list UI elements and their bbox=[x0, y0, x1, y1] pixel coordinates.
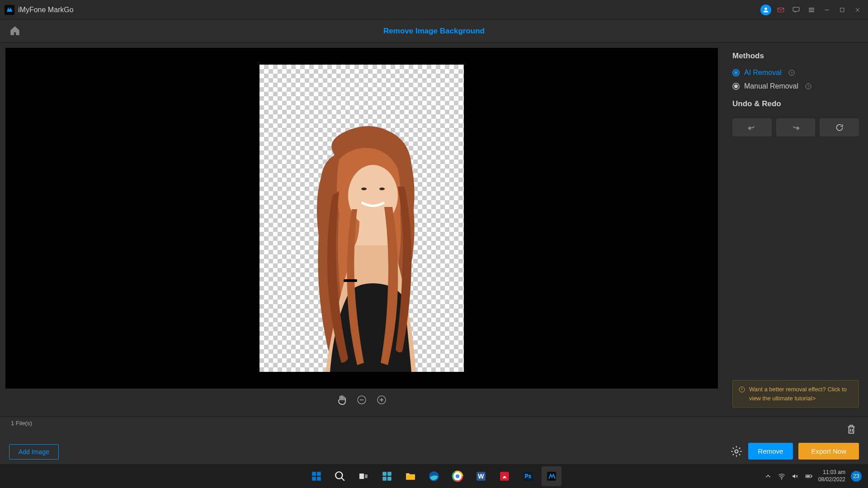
battery-icon[interactable] bbox=[805, 472, 813, 480]
ai-removal-label: AI Removal bbox=[744, 69, 782, 77]
image-viewport[interactable] bbox=[5, 48, 718, 389]
edge-icon[interactable] bbox=[424, 466, 444, 486]
svg-text:W: W bbox=[478, 473, 484, 480]
photoshop-icon[interactable]: Ps bbox=[518, 466, 538, 486]
help-icon[interactable]: ? bbox=[805, 83, 812, 90]
clock[interactable]: 11:03 am 08/02/2022 bbox=[818, 469, 845, 483]
undo-redo-heading: Undo & Redo bbox=[732, 99, 859, 108]
help-icon[interactable]: ? bbox=[788, 69, 795, 76]
chevron-up-icon[interactable] bbox=[764, 472, 772, 480]
svg-rect-19 bbox=[317, 477, 321, 481]
person-cutout bbox=[276, 119, 448, 372]
app-logo-icon bbox=[5, 5, 14, 15]
minimize-icon[interactable] bbox=[821, 4, 833, 16]
svg-rect-22 bbox=[365, 474, 368, 478]
svg-text:Ps: Ps bbox=[525, 473, 532, 479]
svg-rect-16 bbox=[312, 472, 316, 476]
svg-point-5 bbox=[361, 188, 367, 190]
chrome-icon[interactable] bbox=[448, 466, 467, 486]
reset-button[interactable] bbox=[820, 118, 859, 136]
pan-tool-icon[interactable] bbox=[336, 394, 347, 405]
undo-button[interactable] bbox=[732, 118, 772, 136]
markgo-taskbar-icon[interactable] bbox=[542, 466, 561, 486]
svg-rect-17 bbox=[317, 472, 321, 476]
menu-icon[interactable] bbox=[806, 4, 817, 16]
image-with-transparent-bg bbox=[259, 65, 464, 372]
wifi-icon[interactable] bbox=[778, 472, 786, 480]
app-title: iMyFone MarkGo bbox=[18, 6, 74, 14]
windows-taskbar: W Ps 11:03 am 08/02/2022 23 bbox=[0, 464, 868, 488]
svg-rect-1 bbox=[778, 8, 784, 12]
svg-rect-7 bbox=[344, 279, 357, 282]
radio-manual-removal[interactable]: Manual Removal ? bbox=[732, 80, 859, 93]
svg-point-33 bbox=[456, 474, 460, 478]
radio-ai-removal[interactable]: AI Removal ? bbox=[732, 66, 859, 80]
widgets-icon[interactable] bbox=[377, 466, 397, 486]
methods-heading: Methods bbox=[732, 52, 859, 61]
tutorial-banner[interactable]: Want a better removal effect? Click to v… bbox=[732, 380, 859, 408]
svg-rect-26 bbox=[387, 477, 392, 481]
svg-rect-23 bbox=[382, 472, 387, 476]
zoom-in-icon[interactable] bbox=[376, 394, 387, 405]
home-icon[interactable] bbox=[9, 25, 22, 38]
account-icon[interactable] bbox=[760, 5, 771, 15]
file-count: 1 File(s) bbox=[11, 420, 32, 427]
svg-rect-18 bbox=[312, 477, 316, 481]
page-title: Remove Image Background bbox=[383, 27, 485, 36]
mail-icon[interactable] bbox=[775, 4, 787, 16]
start-icon[interactable] bbox=[307, 466, 326, 486]
svg-text:?: ? bbox=[790, 71, 793, 75]
search-icon[interactable] bbox=[330, 466, 350, 486]
svg-point-15 bbox=[735, 450, 738, 453]
tutorial-text: Want a better removal effect? Click to v… bbox=[749, 385, 853, 403]
svg-point-20 bbox=[335, 472, 342, 479]
svg-rect-25 bbox=[382, 477, 387, 481]
svg-rect-43 bbox=[807, 475, 810, 477]
notification-badge[interactable]: 23 bbox=[851, 471, 862, 482]
manual-removal-label: Manual Removal bbox=[744, 82, 798, 90]
svg-point-0 bbox=[764, 7, 767, 9]
time: 11:03 am bbox=[818, 469, 845, 476]
close-icon[interactable] bbox=[852, 4, 863, 16]
zoom-out-icon[interactable] bbox=[356, 394, 367, 405]
svg-rect-21 bbox=[359, 474, 364, 479]
volume-icon[interactable] bbox=[791, 472, 799, 480]
svg-rect-27 bbox=[406, 474, 415, 479]
svg-rect-3 bbox=[840, 8, 844, 11]
remove-button[interactable]: Remove bbox=[748, 443, 793, 460]
acrobat-icon[interactable] bbox=[495, 466, 514, 486]
add-image-button[interactable]: Add Image bbox=[9, 444, 59, 460]
trash-icon[interactable] bbox=[845, 423, 857, 435]
file-explorer-icon[interactable] bbox=[401, 466, 420, 486]
date: 08/02/2022 bbox=[818, 476, 845, 483]
svg-text:?: ? bbox=[807, 84, 810, 89]
maximize-icon[interactable] bbox=[836, 4, 848, 16]
task-view-icon[interactable] bbox=[354, 466, 373, 486]
gear-icon[interactable] bbox=[730, 445, 743, 458]
svg-rect-2 bbox=[793, 7, 799, 11]
redo-button[interactable] bbox=[776, 118, 816, 136]
svg-rect-24 bbox=[387, 472, 392, 476]
svg-point-6 bbox=[379, 188, 385, 190]
svg-point-40 bbox=[781, 478, 782, 479]
word-icon[interactable]: W bbox=[471, 466, 491, 486]
export-button[interactable]: Export Now bbox=[798, 443, 859, 460]
feedback-icon[interactable] bbox=[790, 4, 802, 16]
svg-rect-42 bbox=[811, 475, 812, 477]
